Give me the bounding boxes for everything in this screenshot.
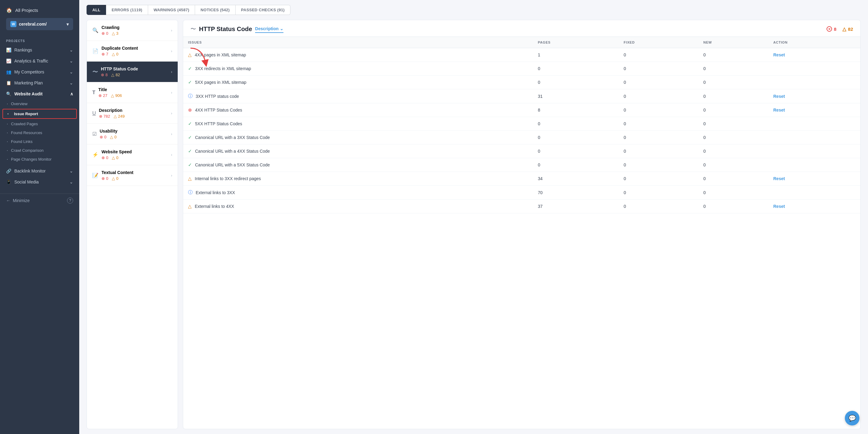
issue-cell-6: ✓ Canonical URL with a 3XX Status Code — [183, 131, 533, 145]
table-row: ✓ Canonical URL with a 4XX Status Code 0… — [183, 145, 860, 158]
x-circle-icon: ⊗ — [101, 52, 105, 56]
action-reset-9[interactable]: Reset — [768, 172, 860, 186]
sidebar-sub-page-changes-label: Page Changes Monitor — [11, 157, 52, 161]
triangle-warn-icon: △ — [112, 31, 115, 36]
chevron-down-icon: ⌄ — [69, 69, 73, 74]
action-reset-0[interactable]: Reset — [768, 48, 860, 62]
action-reset-4[interactable]: Reset — [768, 103, 860, 117]
social-icon: 📱 — [6, 180, 11, 184]
sidebar-item-analytics[interactable]: 📈 Analytics & Traffic ⌄ — [0, 56, 79, 66]
fixed-cell-10: 0 — [619, 186, 698, 199]
sidebar-sub-crawled-pages[interactable]: Crawled Pages — [0, 120, 79, 128]
tab-notices[interactable]: NOTICES (542) — [195, 5, 236, 15]
category-duplicate-content[interactable]: 📄 Duplicate Content ⊗ 7 △ 0 — [87, 41, 178, 62]
sidebar-item-competitors[interactable]: 👥 My Competitors ⌄ — [0, 66, 79, 78]
category-description[interactable]: U Description ⊗ 782 △ 249 — [87, 103, 178, 124]
triangle-warn-icon: △ — [110, 135, 113, 139]
issue-cell-8: ✓ Canonical URL with a 5XX Status Code — [183, 158, 533, 172]
tab-warnings[interactable]: WARNINGS (4587) — [148, 5, 195, 15]
minimize-button[interactable]: ← Minimize ? — [0, 193, 79, 207]
pages-cell-11: 37 — [533, 199, 619, 213]
project-selector[interactable]: W cerebral.com/ ▾ — [6, 18, 73, 30]
chat-button[interactable]: 💬 — [845, 411, 860, 426]
chevron-down-icon: ⌄ — [69, 48, 73, 53]
col-fixed: FIXED — [619, 37, 698, 48]
triangle-warn-icon: △ — [112, 155, 115, 160]
fixed-cell-2: 0 — [619, 75, 698, 89]
pages-cell-3: 31 — [533, 89, 619, 103]
table-row: ✓ 3XX redirects in XML sitemap 0 0 0 — [183, 62, 860, 75]
triangle-warn-icon: △ — [111, 72, 114, 77]
new-cell-1: 0 — [699, 62, 769, 75]
sidebar-item-marketing[interactable]: 📋 Marketing Plan ⌄ — [0, 78, 79, 88]
chevron-right-icon: › — [171, 49, 172, 53]
category-usability[interactable]: ☑ Usability ⊗ 0 △ 0 — [87, 124, 178, 145]
textual-icon: 📝 — [92, 173, 98, 178]
analytics-icon: 📈 — [6, 59, 11, 63]
action-empty-2 — [768, 75, 860, 89]
chevron-down-icon: ▾ — [66, 21, 69, 27]
chevron-down-icon: ⌄ — [69, 168, 73, 174]
new-cell-4: 0 — [699, 103, 769, 117]
warning-triangle-icon: △ — [842, 26, 846, 32]
all-projects-link[interactable]: 🏠 All Projects — [6, 5, 73, 15]
warning-count: 82 — [848, 27, 853, 32]
pages-cell-7: 0 — [533, 145, 619, 158]
sidebar-item-rankings[interactable]: 📊 Rankings ⌄ — [0, 44, 79, 56]
chevron-down-icon: ⌄ — [280, 26, 283, 31]
sidebar-sub-page-changes[interactable]: Page Changes Monitor — [0, 155, 79, 164]
description-button[interactable]: Description ⌄ — [255, 25, 283, 33]
duplicate-icon: 📄 — [92, 48, 98, 54]
project-name: cerebral.com/ — [19, 22, 46, 27]
issue-cell-10: ⓘ External links to 3XX — [183, 186, 533, 199]
x-circle-icon: ⊗ — [101, 155, 105, 160]
sidebar-sub-overview[interactable]: Overview — [0, 99, 79, 108]
sidebar-sub-issue-report[interactable]: Issue Report — [2, 109, 77, 119]
category-http-name: HTTP Status Code — [101, 66, 138, 71]
rankings-icon: 📊 — [6, 48, 11, 53]
x-circle-icon: ⊗ — [101, 31, 105, 36]
sidebar-sub-found-links[interactable]: Found Links — [0, 137, 79, 146]
description-label: Description — [255, 26, 279, 31]
category-http-status[interactable]: 〜 HTTP Status Code ⊗ 8 △ 82 — [87, 62, 178, 82]
new-cell-9: 0 — [699, 172, 769, 186]
issue-cell-7: ✓ Canonical URL with a 4XX Status Code — [183, 145, 533, 158]
sidebar-item-website-audit[interactable]: 🔍 Website Audit ∧ — [0, 88, 79, 99]
ok-icon: ✓ — [188, 80, 192, 85]
minimize-label: Minimize — [13, 198, 30, 203]
category-crawling[interactable]: 🔍 Crawling ⊗ 0 △ 3 — [87, 20, 178, 41]
table-row: ✓ 5XX pages in XML sitemap 0 0 0 — [183, 75, 860, 89]
category-title-name: Title — [98, 87, 122, 92]
minimize-arrow-icon: ← — [6, 198, 10, 203]
sidebar-sub-crawl-comparison[interactable]: Crawl Comparison — [0, 146, 79, 155]
help-icon[interactable]: ? — [67, 197, 73, 204]
project-favicon: W — [10, 21, 17, 27]
category-title[interactable]: T Title ⊗ 27 △ 906 — [87, 82, 178, 103]
main-content: ALL ERRORS (1119) WARNINGS (4587) NOTICE… — [79, 0, 868, 434]
chevron-up-icon: ∧ — [70, 91, 73, 96]
pages-cell-0: 1 — [533, 48, 619, 62]
tab-all[interactable]: ALL — [87, 5, 106, 15]
fixed-cell-4: 0 — [619, 103, 698, 117]
sidebar-item-analytics-label: Analytics & Traffic — [14, 59, 48, 63]
tab-errors[interactable]: ERRORS (1119) — [106, 5, 148, 15]
fixed-cell-3: 0 — [619, 89, 698, 103]
action-empty-8 — [768, 158, 860, 172]
category-website-speed[interactable]: ⚡ Website Speed ⊗ 0 △ 0 — [87, 145, 178, 165]
speed-icon: ⚡ — [92, 152, 98, 158]
col-pages: PAGES — [533, 37, 619, 48]
category-textual-content[interactable]: 📝 Textual Content ⊗ 0 △ 0 — [87, 165, 178, 186]
tab-passed[interactable]: PASSED CHECKS (91) — [236, 5, 290, 15]
chevron-right-icon: › — [171, 132, 172, 136]
content-area: 🔍 Crawling ⊗ 0 △ 3 — [79, 15, 868, 434]
sidebar-item-backlink[interactable]: 🔗 Backlink Monitor ⌄ — [0, 165, 79, 177]
sidebar-item-social[interactable]: 📱 Social Media ⌄ — [0, 177, 79, 187]
chat-icon: 💬 — [848, 414, 856, 422]
fixed-cell-8: 0 — [619, 158, 698, 172]
ok-icon: ✓ — [188, 148, 192, 154]
action-reset-11[interactable]: Reset — [768, 199, 860, 213]
new-cell-6: 0 — [699, 131, 769, 145]
sidebar-sub-found-links-label: Found Links — [11, 139, 33, 144]
sidebar-sub-found-resources[interactable]: Found Resources — [0, 128, 79, 137]
action-reset-3[interactable]: Reset — [768, 89, 860, 103]
